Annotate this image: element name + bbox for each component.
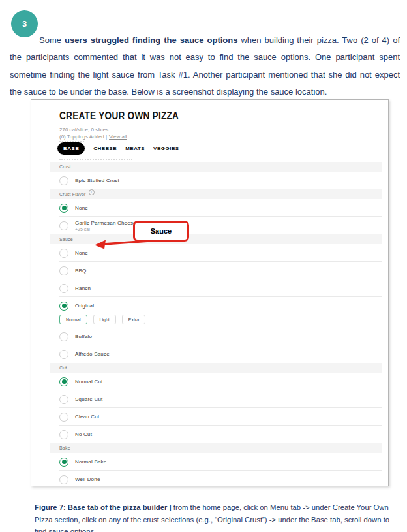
- radio-selected-icon[interactable]: [59, 458, 68, 467]
- builder-title: CREATE YOUR OWN PIZZA: [59, 110, 179, 122]
- sauce-annotation-callout: Sauce: [133, 221, 189, 242]
- radio-icon[interactable]: [59, 284, 68, 293]
- option-label: Alfredo Sauce: [75, 351, 110, 357]
- option-sauce-ranch[interactable]: Ranch: [50, 279, 382, 297]
- option-crust-flavor-garlic-parmesan-cheese[interactable]: Garlic Parmesan Cheese+25 cal: [50, 217, 382, 234]
- option-label: Garlic Parmesan Cheese: [75, 220, 136, 226]
- radio-icon[interactable]: [59, 332, 68, 341]
- pizza-builder-screenshot: CREATE YOUR OWN PIZZA 270 cal/slice, 0 s…: [31, 99, 389, 486]
- radio-selected-icon[interactable]: [59, 204, 68, 213]
- radio-icon[interactable]: [59, 475, 68, 484]
- option-cut-clean-cut[interactable]: Clean Cut: [50, 408, 382, 426]
- option-label: Clean Cut: [75, 414, 99, 420]
- option-bake-normal-bake[interactable]: Normal Bake: [50, 453, 382, 471]
- finding-text-bold: users struggled finding the sauce option…: [65, 35, 238, 45]
- amount-chips-row: NormalLightExtra: [50, 315, 382, 328]
- section-label: Cut: [59, 366, 67, 370]
- option-label: Well Done: [75, 477, 100, 482]
- tab-cheese[interactable]: CHEESE: [93, 146, 117, 151]
- radio-icon[interactable]: [59, 395, 68, 404]
- option-sauce-alfredo-sauce[interactable]: Alfredo Sauce: [50, 345, 382, 363]
- finding-text-lead: Some: [39, 35, 65, 45]
- radio-selected-icon[interactable]: [59, 302, 68, 311]
- radio-icon[interactable]: [59, 249, 68, 258]
- radio-icon[interactable]: [59, 430, 68, 439]
- figure-caption: Figure 7: Base tab of the pizza builder …: [35, 501, 390, 532]
- tab-meats[interactable]: MEATS: [125, 146, 145, 151]
- option-crust-flavor-none[interactable]: None: [50, 199, 382, 217]
- radio-selected-icon[interactable]: [59, 377, 68, 386]
- option-label: None: [75, 205, 88, 211]
- section-header-bake: Bake: [50, 443, 382, 453]
- builder-tabs: BASECHEESEMEATSVEGGIES: [57, 142, 179, 155]
- radio-icon[interactable]: [59, 266, 68, 275]
- option-cut-normal-cut[interactable]: Normal Cut: [50, 373, 382, 390]
- artifact-faint-text-2: [59, 159, 132, 160]
- option-label: Square Cut: [75, 396, 102, 402]
- option-sauce-original[interactable]: Original: [50, 297, 382, 315]
- option-label: None: [75, 250, 88, 256]
- radio-icon[interactable]: [59, 413, 68, 422]
- option-crust-epic-stuffed-crust[interactable]: Epic Stuffed Crust: [50, 172, 382, 189]
- figure-caption-bold: Figure 7: Base tab of the pizza builder …: [35, 503, 172, 511]
- section-header-crust: Crust: [50, 162, 382, 172]
- tab-veggies[interactable]: VEGGIES: [153, 146, 179, 151]
- finding-paragraph: Some users struggled finding the sauce o…: [10, 32, 400, 101]
- info-icon[interactable]: i: [89, 189, 95, 195]
- option-sauce-bbq[interactable]: BBQ: [50, 262, 382, 279]
- option-label: Buffalo: [75, 334, 92, 339]
- radio-icon[interactable]: [59, 221, 68, 230]
- toppings-count: (0) Toppings Added |: [59, 134, 107, 140]
- view-all-link[interactable]: View all: [109, 134, 127, 140]
- section-header-cut: Cut: [50, 363, 382, 373]
- radio-icon[interactable]: [59, 350, 68, 359]
- builder-toppings-line: (0) Toppings Added |View all: [59, 134, 127, 140]
- builder-calories: 270 cal/slice, 0 slices: [59, 127, 108, 133]
- option-calories-label: +25 cal: [75, 227, 136, 232]
- option-cut-square-cut[interactable]: Square Cut: [50, 390, 382, 408]
- chip-normal[interactable]: Normal: [59, 315, 87, 324]
- section-label: Sauce: [59, 237, 73, 242]
- option-label: BBQ: [75, 268, 87, 274]
- tab-base[interactable]: BASE: [57, 142, 85, 155]
- chip-extra[interactable]: Extra: [122, 315, 145, 324]
- option-label: No Cut: [75, 431, 92, 437]
- radio-icon[interactable]: [59, 176, 68, 185]
- section-label: Crust: [59, 164, 71, 169]
- option-sauce-buffalo[interactable]: Buffalo: [50, 328, 382, 345]
- builder-list: CrustEpic Stuffed CrustCrust FlavoriNone…: [50, 162, 382, 486]
- option-label: Original: [75, 303, 94, 309]
- option-label: Epic Stuffed Crust: [75, 178, 119, 183]
- section-header-crust-flavor: Crust Flavori: [50, 189, 382, 199]
- option-cut-no-cut[interactable]: No Cut: [50, 426, 382, 443]
- option-label: Normal Bake: [75, 459, 106, 465]
- section-label: Crust Flavor: [59, 192, 86, 196]
- option-bake-well-done[interactable]: Well Done: [50, 471, 382, 486]
- option-label: Ranch: [75, 285, 91, 291]
- option-label: Normal Cut: [75, 379, 102, 384]
- chip-light[interactable]: Light: [93, 315, 116, 324]
- section-label: Bake: [59, 446, 70, 450]
